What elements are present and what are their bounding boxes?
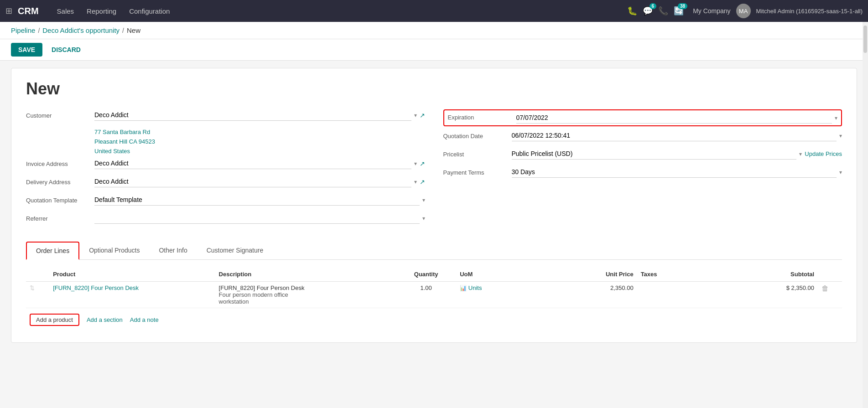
action-bar: SAVE DISCARD: [0, 39, 868, 61]
form-grid: Customer Deco Addict ▾ ↗ 77 Santa Barbar…: [26, 109, 842, 231]
pricelist-value-container: Public Pricelist (USD) ▾ Update Prices: [512, 148, 842, 160]
referrer-row: Referrer ▾: [26, 212, 425, 227]
customer-label: Customer: [26, 109, 94, 119]
referrer-select[interactable]: [94, 212, 420, 224]
add-product-button[interactable]: Add a product: [30, 314, 79, 326]
customer-select[interactable]: Deco Addict: [94, 109, 411, 121]
messages-badge: 6: [650, 3, 657, 9]
breadcrumb-pipeline[interactable]: Pipeline: [11, 26, 35, 34]
tab-other-info[interactable]: Other Info: [149, 242, 197, 260]
row-uom[interactable]: Units: [468, 284, 482, 291]
order-table: Product Description Quantity UoM Unit Pr…: [26, 267, 842, 308]
description-line2: Four person modern office: [219, 291, 392, 298]
payment-terms-dropdown-arrow[interactable]: ▾: [839, 169, 842, 176]
main-content: New Customer Deco Addict ▾ ↗ 77 Santa Ba…: [11, 68, 857, 343]
breadcrumb-sep2: /: [122, 27, 124, 34]
phone-icon[interactable]: 📞: [658, 6, 668, 16]
expiration-label: Expiration: [448, 112, 516, 121]
payment-terms-label: Payment Terms: [443, 166, 512, 176]
customer-dropdown-arrow[interactable]: ▾: [414, 112, 417, 119]
customer-row: Customer Deco Addict ▾ ↗: [26, 109, 425, 124]
payment-terms-row: Payment Terms 30 Days ▾: [443, 166, 842, 181]
tab-customer-signature[interactable]: Customer Signature: [197, 242, 273, 260]
template-dropdown-arrow[interactable]: ▾: [422, 197, 425, 203]
activity-icon[interactable]: 🔄 38: [674, 6, 684, 16]
expiration-input[interactable]: [516, 112, 832, 124]
topnav-right: 🐛 💬 6 📞 🔄 38 My Company MA Mitchell Admi…: [627, 4, 863, 18]
invoice-address-select[interactable]: Deco Addict: [94, 158, 411, 169]
address-line2: Pleasant Hill CA 94523: [94, 137, 425, 147]
discard-button[interactable]: DISCARD: [48, 43, 84, 57]
topnav-menu: Sales Reporting Configuration: [52, 5, 626, 18]
scrollbar-thumb: [863, 26, 867, 53]
invoice-external-link[interactable]: ↗: [420, 160, 425, 167]
messages-icon[interactable]: 💬 6: [643, 6, 653, 16]
row-delete-button[interactable]: 🗑: [821, 284, 829, 292]
delivery-address-row: Delivery Address Deco Addict ▾ ↗: [26, 176, 425, 191]
breadcrumb-current: New: [127, 26, 140, 34]
customer-address: 77 Santa Barbara Rd Pleasant Hill CA 945…: [94, 128, 425, 156]
save-button[interactable]: SAVE: [11, 43, 42, 57]
payment-terms-select[interactable]: 30 Days: [512, 166, 837, 178]
quotation-template-select[interactable]: Default Template: [94, 194, 420, 206]
quotation-date-value-container: ▾: [512, 130, 842, 141]
quotation-date-dropdown-arrow[interactable]: ▾: [839, 133, 842, 139]
update-prices-button[interactable]: Update Prices: [805, 150, 842, 157]
col-header-uom: UoM: [456, 267, 546, 282]
company-name[interactable]: My Company: [693, 7, 730, 15]
delivery-external-link[interactable]: ↗: [420, 178, 425, 186]
tab-order-lines[interactable]: Order Lines: [26, 242, 79, 260]
col-header-taxes: Taxes: [637, 267, 728, 282]
quotation-date-row: Quotation Date ▾: [443, 130, 842, 145]
pricelist-select[interactable]: Public Pricelist (USD): [512, 148, 797, 160]
invoice-dropdown-arrow[interactable]: ▾: [414, 160, 417, 167]
quotation-template-label: Quotation Template: [26, 194, 94, 204]
quotation-date-input[interactable]: [512, 130, 837, 141]
pricelist-label: Pricelist: [443, 148, 512, 158]
customer-external-link[interactable]: ↗: [420, 112, 425, 119]
referrer-value-container: ▾: [94, 212, 425, 224]
expiration-dropdown-arrow[interactable]: ▾: [835, 115, 837, 121]
row-quantity: 1.00: [420, 284, 431, 291]
col-header-quantity: Quantity: [396, 267, 456, 282]
pricelist-row: Pricelist Public Pricelist (USD) ▾ Updat…: [443, 148, 842, 163]
page-scrollbar[interactable]: [863, 22, 868, 350]
referrer-dropdown-arrow[interactable]: ▾: [422, 215, 425, 222]
invoice-address-label: Invoice Address: [26, 158, 94, 167]
breadcrumb-opportunity[interactable]: Deco Addict's opportunity: [42, 26, 120, 34]
expiration-row: Expiration ▾: [443, 109, 842, 126]
col-header-unit-price: Unit Price: [546, 267, 637, 282]
description-line1: [FURN_8220] Four Person Desk: [219, 284, 392, 291]
bug-icon[interactable]: 🐛: [627, 6, 637, 16]
table-row: ⇅ [FURN_8220] Four Person Desk [FURN_822…: [26, 282, 842, 308]
grid-icon[interactable]: ⊞: [5, 6, 12, 16]
username-label: Mitchell Admin (16165925-saas-15-1-all): [756, 8, 863, 15]
menu-sales[interactable]: Sales: [52, 5, 80, 18]
quotation-template-row: Quotation Template Default Template ▾: [26, 194, 425, 209]
row-unit-price: 2,350.00: [610, 284, 634, 291]
avatar[interactable]: MA: [736, 4, 751, 18]
pricelist-dropdown-arrow[interactable]: ▾: [799, 151, 802, 157]
row-subtotal: $ 2,350.00: [786, 284, 814, 291]
brand-label[interactable]: CRM: [18, 6, 39, 16]
add-note-button[interactable]: Add a note: [130, 316, 159, 323]
tab-optional-products[interactable]: Optional Products: [79, 242, 149, 260]
menu-configuration[interactable]: Configuration: [124, 5, 175, 18]
form-right: Expiration ▾ Quotation Date ▾ Pricelist: [443, 109, 842, 231]
tabs: Order Lines Optional Products Other Info…: [26, 242, 842, 260]
quotation-date-label: Quotation Date: [443, 130, 512, 139]
product-link[interactable]: [FURN_8220] Four Person Desk: [53, 284, 139, 291]
breadcrumb: Pipeline / Deco Addict's opportunity / N…: [0, 22, 868, 39]
col-header-subtotal: Subtotal: [728, 267, 818, 282]
add-section-button[interactable]: Add a section: [87, 316, 123, 323]
uom-icon: 📊: [460, 285, 467, 291]
drag-handle[interactable]: ⇅: [30, 284, 35, 291]
form-left: Customer Deco Addict ▾ ↗ 77 Santa Barbar…: [26, 109, 425, 231]
delivery-address-select[interactable]: Deco Addict: [94, 176, 411, 187]
delivery-address-label: Delivery Address: [26, 176, 94, 186]
menu-reporting[interactable]: Reporting: [81, 5, 122, 18]
address-line1: 77 Santa Barbara Rd: [94, 128, 425, 137]
customer-value-container: Deco Addict ▾ ↗: [94, 109, 425, 121]
delivery-address-value-container: Deco Addict ▾ ↗: [94, 176, 425, 187]
delivery-dropdown-arrow[interactable]: ▾: [414, 179, 417, 185]
